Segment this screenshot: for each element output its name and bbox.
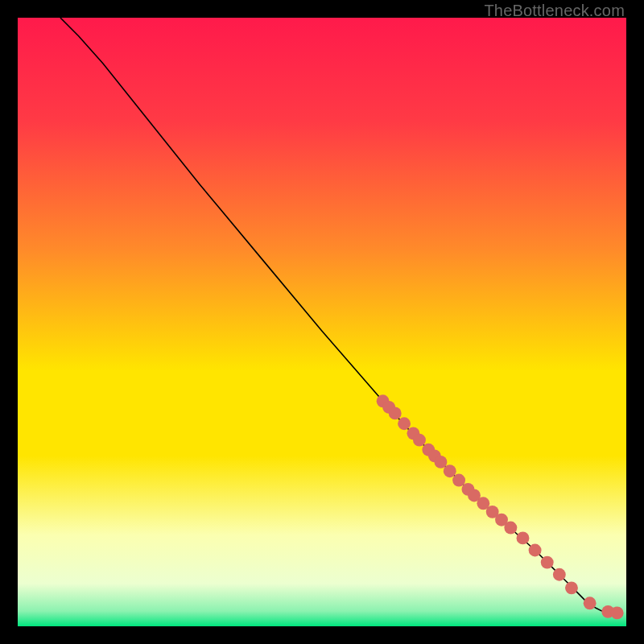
data-point — [413, 434, 426, 447]
data-point — [529, 544, 542, 557]
plot-area — [18, 18, 626, 626]
data-point — [452, 474, 465, 487]
data-point — [398, 417, 411, 430]
chart-frame: TheBottleneck.com — [0, 0, 644, 644]
data-point — [389, 407, 402, 419]
data-point — [504, 522, 517, 535]
data-point — [584, 597, 597, 609]
data-point — [444, 464, 456, 477]
data-point — [541, 556, 554, 569]
data-point — [517, 531, 530, 544]
data-point — [434, 456, 447, 469]
gradient-background — [18, 18, 626, 626]
data-point — [611, 606, 624, 619]
chart-svg — [18, 18, 626, 626]
data-point — [553, 568, 566, 581]
watermark-label: TheBottleneck.com — [484, 2, 625, 20]
data-point — [565, 581, 578, 594]
